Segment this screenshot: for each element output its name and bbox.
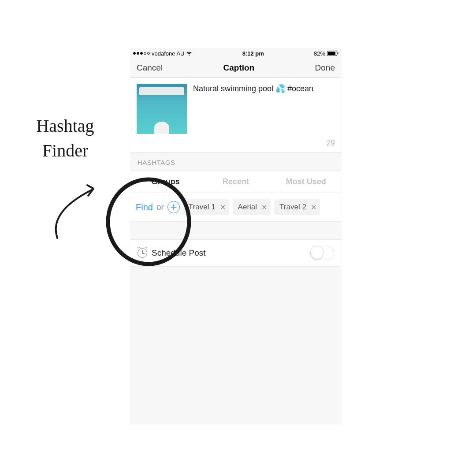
- svg-rect-2: [328, 52, 335, 55]
- signal-strength-icon: [133, 52, 150, 55]
- hashtag-group-chip[interactable]: Aerial ✕: [233, 199, 271, 215]
- alarm-clock-icon: [138, 248, 147, 258]
- hashtag-tabs: Groups Recent Most Used: [130, 171, 341, 193]
- chip-label: Travel 2: [279, 203, 306, 212]
- or-text: or: [156, 202, 164, 212]
- hashtag-group-chip[interactable]: Travel 2 ✕: [274, 199, 320, 215]
- caption-area: Natural swimming pool 💦 #ocean 29: [130, 78, 341, 152]
- hashtags-section-header: HASHTAGS: [130, 152, 341, 171]
- hashtag-group-chip[interactable]: Travel 1 ✕: [183, 199, 229, 215]
- tab-groups[interactable]: Groups: [130, 171, 201, 193]
- tab-recent[interactable]: Recent: [201, 171, 271, 193]
- tab-most-used[interactable]: Most Used: [271, 171, 341, 193]
- status-right: 82%: [314, 50, 338, 57]
- schedule-post-row: Schedule Post: [130, 239, 341, 267]
- status-time: 8:12 pm: [242, 50, 264, 57]
- annotation-line1: Hashtag: [21, 114, 109, 138]
- post-thumbnail[interactable]: [137, 84, 187, 134]
- cancel-button[interactable]: Cancel: [137, 63, 163, 73]
- phone-screen: vodafone AU 8:12 pm 82% Cancel Caption D…: [130, 48, 341, 424]
- hashtag-group-row: Find or Travel 1 ✕ Aerial ✕ Travel 2 ✕: [130, 193, 341, 222]
- schedule-toggle[interactable]: [310, 246, 334, 260]
- status-bar: vodafone AU 8:12 pm 82%: [130, 48, 341, 58]
- chip-label: Aerial: [238, 203, 257, 212]
- chip-label: Travel 1: [189, 203, 216, 212]
- chip-remove-icon[interactable]: ✕: [220, 203, 226, 212]
- find-link[interactable]: Find: [136, 202, 153, 212]
- status-left: vodafone AU: [133, 50, 192, 57]
- character-count: 29: [327, 139, 335, 148]
- battery-label: 82%: [314, 50, 325, 57]
- plus-icon: [171, 204, 177, 210]
- done-button[interactable]: Done: [315, 63, 335, 73]
- nav-title: Caption: [223, 63, 255, 73]
- wifi-icon: [186, 51, 192, 56]
- annotation-line2: Finder: [21, 138, 109, 163]
- chip-remove-icon[interactable]: ✕: [311, 203, 316, 212]
- chip-remove-icon[interactable]: ✕: [261, 203, 267, 212]
- nav-bar: Cancel Caption Done: [130, 58, 341, 78]
- battery-icon: [327, 51, 338, 56]
- annotation-arrow: [40, 172, 115, 247]
- carrier-label: vodafone AU: [152, 50, 184, 57]
- caption-input[interactable]: Natural swimming pool 💦 #ocean: [193, 84, 335, 146]
- add-group-button[interactable]: [167, 201, 180, 213]
- schedule-label: Schedule Post: [152, 248, 206, 258]
- svg-rect-3: [338, 52, 338, 55]
- annotation-label: Hashtag Finder: [21, 114, 109, 163]
